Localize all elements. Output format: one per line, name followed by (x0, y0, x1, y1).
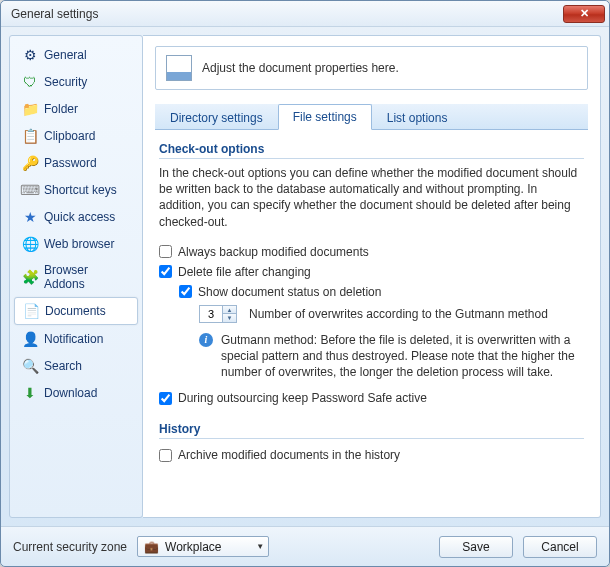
section-title-history: History (159, 422, 584, 439)
clipboard-icon: 📋 (22, 128, 38, 144)
checkbox-keep-active-input[interactable] (159, 392, 172, 405)
gear-icon: ⚙ (22, 47, 38, 63)
save-button[interactable]: Save (439, 536, 513, 558)
checkbox-always-backup-input[interactable] (159, 245, 172, 258)
sidebar-item-clipboard[interactable]: 📋 Clipboard (14, 123, 138, 149)
checkbox-always-backup[interactable]: Always backup modified documents (159, 242, 584, 262)
body: ⚙ General 🛡 Security 📁 Folder 📋 Clipboar… (1, 27, 609, 526)
info-icon: i (199, 333, 213, 347)
spinner-down[interactable]: ▼ (223, 314, 236, 322)
overwrites-spinner[interactable]: ▲ ▼ (199, 305, 237, 323)
sidebar-item-download[interactable]: ⬇ Download (14, 380, 138, 406)
footer: Current security zone 💼 Workplace ▼ Save… (1, 526, 609, 566)
spinner-up[interactable]: ▲ (223, 306, 236, 315)
chevron-down-icon: ▼ (256, 542, 264, 551)
puzzle-icon: 🧩 (22, 269, 38, 285)
info-box: Adjust the document properties here. (155, 46, 588, 90)
checkbox-label: During outsourcing keep Password Safe ac… (178, 391, 427, 405)
gutmann-info-text: Gutmann method: Before the file is delet… (221, 332, 584, 381)
document-icon: 📄 (23, 303, 39, 319)
checkbox-show-status[interactable]: Show document status on deletion (159, 282, 584, 302)
person-icon: 👤 (22, 331, 38, 347)
checkbox-label: Show document status on deletion (198, 285, 381, 299)
workplace-icon: 💼 (144, 540, 159, 554)
info-text: Adjust the document properties here. (202, 61, 399, 75)
sidebar-item-web-browser[interactable]: 🌐 Web browser (14, 231, 138, 257)
sidebar-item-quick-access[interactable]: ★ Quick access (14, 204, 138, 230)
cancel-button[interactable]: Cancel (523, 536, 597, 558)
checkbox-show-status-input[interactable] (179, 285, 192, 298)
search-icon: 🔍 (22, 358, 38, 374)
download-icon: ⬇ (22, 385, 38, 401)
sidebar-item-search[interactable]: 🔍 Search (14, 353, 138, 379)
main-panel: Adjust the document properties here. Dir… (143, 35, 601, 518)
tab-list-options[interactable]: List options (372, 105, 463, 130)
sidebar-item-shortcut-keys[interactable]: ⌨ Shortcut keys (14, 177, 138, 203)
tab-content: Check-out options In the check-out optio… (155, 130, 588, 507)
folder-icon: 📁 (22, 101, 38, 117)
overwrites-label: Number of overwrites according to the Gu… (249, 307, 548, 321)
checkbox-delete-after-input[interactable] (159, 265, 172, 278)
sidebar-item-label: Notification (44, 332, 103, 346)
shield-icon: 🛡 (22, 74, 38, 90)
globe-icon: 🌐 (22, 236, 38, 252)
close-button[interactable]: ✕ (563, 5, 605, 23)
sidebar-item-notification[interactable]: 👤 Notification (14, 326, 138, 352)
checkbox-keep-active[interactable]: During outsourcing keep Password Safe ac… (159, 388, 584, 408)
tab-file-settings[interactable]: File settings (278, 104, 372, 130)
sidebar-item-label: Web browser (44, 237, 114, 251)
tab-bar: Directory settings File settings List op… (155, 104, 588, 130)
sidebar: ⚙ General 🛡 Security 📁 Folder 📋 Clipboar… (9, 35, 143, 518)
sidebar-item-documents[interactable]: 📄 Documents (14, 297, 138, 325)
security-zone-label: Current security zone (13, 540, 127, 554)
settings-window: General settings ✕ ⚙ General 🛡 Security … (0, 0, 610, 567)
sidebar-item-folder[interactable]: 📁 Folder (14, 96, 138, 122)
sidebar-item-label: Browser Addons (44, 263, 130, 291)
sidebar-item-general[interactable]: ⚙ General (14, 42, 138, 68)
sidebar-item-label: Clipboard (44, 129, 95, 143)
sidebar-item-label: Shortcut keys (44, 183, 117, 197)
tab-directory-settings[interactable]: Directory settings (155, 105, 278, 130)
sidebar-item-label: Password (44, 156, 97, 170)
gutmann-info-row: i Gutmann method: Before the file is del… (159, 326, 584, 389)
checkbox-archive-history[interactable]: Archive modified documents in the histor… (159, 445, 584, 465)
overwrites-row: ▲ ▼ Number of overwrites according to th… (159, 302, 584, 326)
sidebar-item-label: General (44, 48, 87, 62)
section-title-checkout: Check-out options (159, 142, 584, 159)
sidebar-item-label: Quick access (44, 210, 115, 224)
security-zone-select[interactable]: 💼 Workplace ▼ (137, 536, 269, 557)
sidebar-item-security[interactable]: 🛡 Security (14, 69, 138, 95)
checkbox-label: Archive modified documents in the histor… (178, 448, 400, 462)
sidebar-item-browser-addons[interactable]: 🧩 Browser Addons (14, 258, 138, 296)
sidebar-item-label: Search (44, 359, 82, 373)
titlebar: General settings ✕ (1, 1, 609, 27)
window-title: General settings (11, 7, 563, 21)
security-zone-value: Workplace (165, 540, 250, 554)
sidebar-item-label: Documents (45, 304, 106, 318)
star-icon: ★ (22, 209, 38, 225)
sidebar-item-label: Folder (44, 102, 78, 116)
sidebar-item-label: Security (44, 75, 87, 89)
sidebar-item-password[interactable]: 🔑 Password (14, 150, 138, 176)
spinner-arrows: ▲ ▼ (222, 306, 236, 322)
checkbox-delete-after[interactable]: Delete file after changing (159, 262, 584, 282)
overwrites-input[interactable] (200, 306, 222, 322)
close-icon: ✕ (580, 7, 589, 20)
key-icon: 🔑 (22, 155, 38, 171)
document-large-icon (166, 55, 192, 81)
section-desc-checkout: In the check-out options you can define … (159, 165, 584, 230)
checkbox-label: Delete file after changing (178, 265, 311, 279)
keyboard-icon: ⌨ (22, 182, 38, 198)
checkbox-label: Always backup modified documents (178, 245, 369, 259)
checkbox-archive-history-input[interactable] (159, 449, 172, 462)
sidebar-item-label: Download (44, 386, 97, 400)
